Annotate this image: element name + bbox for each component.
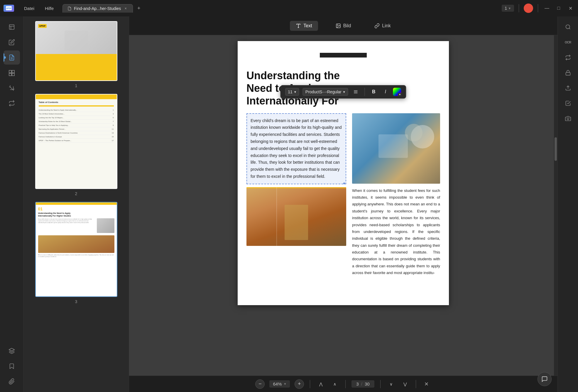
color-picker-button[interactable]: [393, 88, 401, 96]
thumb-row-text: Famous Institutions in Europe: [39, 136, 62, 138]
thumb-row-text: Scholarship Rules for the 10 Best Global…: [39, 121, 72, 122]
thumbnail-card-3[interactable]: 01 Understanding the Need to ApplyIntern…: [35, 202, 117, 297]
pdf-image-column: When it comes to fulfilling the student …: [352, 113, 440, 276]
new-tab-button[interactable]: +: [135, 4, 143, 12]
page-nav[interactable]: 1 ▼: [502, 5, 514, 12]
thumb-p3-right-text: When it comes to fulfilling the student …: [38, 254, 114, 258]
thumb-p2-row-2: The 10 Best Global Universities... 3: [39, 112, 114, 116]
check-icon[interactable]: [561, 96, 575, 110]
main-content: Text Bild Link: [129, 16, 557, 392]
minimize-button[interactable]: —: [543, 4, 551, 12]
text-align-button[interactable]: [352, 88, 360, 96]
first-page-button[interactable]: ⋀: [316, 379, 325, 389]
left-sidebar: [0, 16, 23, 392]
thumb-p3-num: 01: [36, 205, 117, 212]
sidebar-icon-edit[interactable]: [4, 35, 20, 49]
bold-button[interactable]: B: [370, 88, 378, 96]
toolbar-link-btn[interactable]: Link: [369, 21, 396, 31]
close-button[interactable]: ✕: [566, 4, 574, 12]
tab-label: Find-and-Ap...her-Studies: [74, 6, 121, 11]
italic-button[interactable]: I: [381, 88, 390, 96]
search-right-icon[interactable]: [561, 20, 575, 34]
svg-marker-9: [9, 348, 14, 351]
zoom-display[interactable]: 64% ▼: [269, 380, 290, 388]
pdf-content-row: Every child's dream is to be part of an …: [238, 113, 449, 276]
thumb-p2-row-3: Looking into the Top 10 Majors... 5: [39, 116, 114, 120]
thumbnail-card-1[interactable]: UPDF: [35, 21, 117, 81]
svg-line-16: [569, 28, 570, 29]
chat-button[interactable]: [538, 372, 552, 386]
title-divider2: [538, 4, 538, 12]
toolbar-text-btn[interactable]: Text: [290, 21, 318, 31]
last-page-button[interactable]: ⋁: [400, 379, 410, 389]
thumbnail-item-3: 01 Understanding the Need to ApplyIntern…: [28, 202, 124, 304]
tab-close-btn[interactable]: ×: [123, 6, 128, 11]
total-pages: 30: [365, 381, 370, 386]
thumb-row-num: 3: [113, 113, 114, 115]
zoom-in-button[interactable]: +: [295, 379, 304, 389]
laptop-element: [378, 134, 408, 158]
thumb-p2-row-4: Scholarship Rules for the 10 Best Global…: [39, 120, 114, 124]
logo-inner: UPDF: [6, 6, 12, 10]
sidebar-icon-pages[interactable]: [4, 66, 20, 80]
sidebar-icon-document[interactable]: [4, 20, 20, 34]
thumb-p3-header: [36, 202, 117, 205]
protect-icon[interactable]: [561, 66, 575, 80]
thumbnail-card-2[interactable]: Table of Contents Understanding the Need…: [35, 94, 117, 189]
thumbnails-panel: UPDF 1 Table of Contents Understanding: [23, 16, 129, 392]
thumb-overlay-1: [36, 54, 117, 80]
thumb-row-text: Famous Destinations in North American Co…: [39, 132, 78, 134]
thumbnail-number-3: 3: [75, 299, 77, 304]
close-bottom-bar-button[interactable]: ✕: [422, 379, 431, 389]
thumb-bg-1: UPDF: [36, 22, 117, 80]
toolbar-bild-btn[interactable]: Bild: [330, 21, 357, 31]
thumbnail-image-2: Table of Contents Understanding the Need…: [36, 94, 117, 188]
next-page-button[interactable]: ∨: [386, 379, 396, 389]
menu-datei[interactable]: Datei: [20, 4, 38, 13]
bottom-divider-3: [380, 380, 381, 388]
pdf-page: Understanding the Need to Apply Internat…: [238, 41, 449, 305]
thumb-row-text: UPDF – The Perfect Solution to Prepare..…: [39, 140, 72, 141]
thumbnail-item-1: UPDF 1: [28, 21, 124, 88]
thumb-row-num: 7: [113, 121, 114, 122]
font-family-selector[interactable]: ProductS···-Regular ▼: [303, 88, 348, 96]
sidebar-icon-convert[interactable]: [4, 96, 20, 110]
sidebar-icon-attachment[interactable]: [4, 374, 20, 388]
share-icon[interactable]: [561, 81, 575, 95]
selected-text-block[interactable]: Every child's dream is to be part of an …: [246, 113, 346, 184]
toolbar-bild-label: Bild: [343, 23, 351, 28]
prev-page-button[interactable]: ∧: [330, 379, 339, 389]
app-logo: UPDF: [4, 5, 14, 12]
sidebar-icon-annotate[interactable]: [4, 50, 20, 65]
ocr-icon[interactable]: OCR: [561, 35, 575, 49]
scroll-thumb[interactable]: [555, 137, 557, 161]
sidebar-icon-crop[interactable]: [4, 81, 20, 95]
sidebar-icon-layers[interactable]: [4, 344, 20, 358]
bottom-divider-2: [345, 380, 346, 388]
convert-right-icon[interactable]: [561, 50, 575, 65]
thumb-row-num: 9: [113, 124, 114, 126]
page-separator: /: [361, 381, 362, 386]
menu-hilfe[interactable]: Hilfe: [41, 4, 58, 13]
logo-box: UPDF: [4, 5, 14, 12]
snapshot-icon[interactable]: [561, 111, 575, 126]
sidebar-icon-bookmark[interactable]: [4, 359, 20, 373]
zoom-out-button[interactable]: −: [255, 379, 265, 389]
person-silhouette: [285, 205, 308, 240]
maximize-button[interactable]: □: [555, 4, 563, 12]
thumb-p3-text: Every child's dream is to be part of an …: [38, 218, 96, 233]
main-area: UPDF 1 Table of Contents Understanding: [0, 16, 578, 392]
top-toolbar: Text Bild Link: [129, 16, 557, 35]
active-tab[interactable]: Find-and-Ap...her-Studies ×: [62, 4, 133, 13]
svg-rect-8: [12, 73, 14, 76]
thumb-p2-title: Table of Contents: [36, 99, 117, 105]
thumb-logo-1: UPDF: [38, 24, 47, 28]
title-divider: [519, 4, 519, 12]
user-avatar[interactable]: [524, 4, 533, 13]
svg-rect-17: [566, 72, 570, 75]
thumb-p2-row-9: UPDF – The Perfect Solution to Prepare..…: [39, 139, 114, 143]
thumb-p3-lower: When it comes to fulfilling the student …: [36, 234, 117, 259]
logo-text: UPDF: [6, 7, 11, 9]
head-element: [405, 124, 422, 141]
font-size-selector[interactable]: 11 ▼: [285, 88, 299, 96]
